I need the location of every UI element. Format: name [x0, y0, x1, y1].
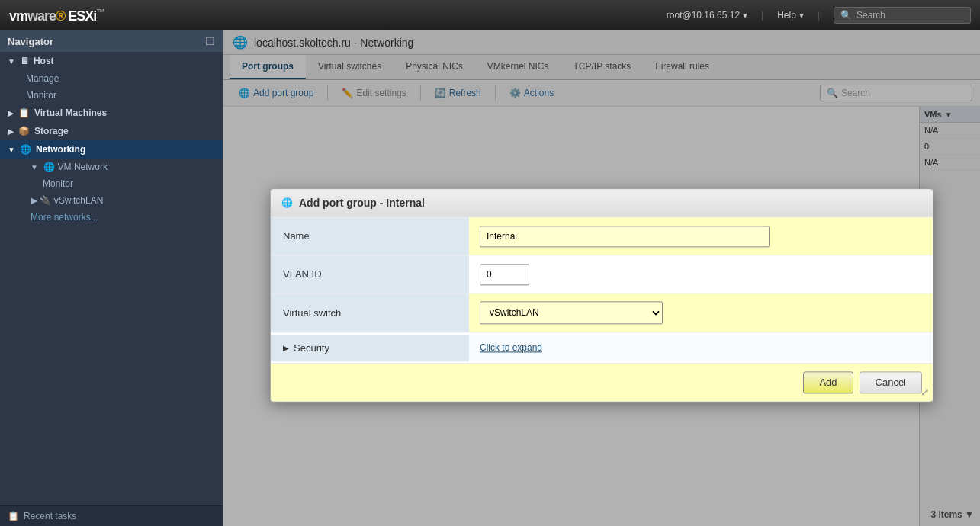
vlan-input[interactable]	[480, 264, 529, 285]
dialog-title: Add port group - Internal	[299, 197, 425, 209]
vswitch-select[interactable]: vSwitchLAN	[480, 301, 663, 324]
arrow-icon-net: ▼	[8, 146, 15, 154]
recent-tasks-label: Recent tasks	[24, 511, 76, 521]
vswitchlan-icon: ▶ 🔌	[31, 195, 51, 206]
arrow-vm-net: ▼	[31, 163, 38, 172]
user-info[interactable]: root@10.16.65.12 ▾	[667, 10, 747, 21]
expand-icon[interactable]: ☐	[205, 35, 215, 47]
search-icon: 🔍	[840, 10, 852, 21]
dialog-header: 🌐 Add port group - Internal	[271, 189, 933, 217]
name-label: Name	[271, 217, 469, 255]
vmware-logo: vmware® ESXi™	[9, 7, 104, 24]
sidebar: Navigator ☐ ▼ 🖥 Host Manage Monitor ▶ 📋 …	[0, 30, 223, 526]
form-row-vswitch: Virtual switch vSwitchLAN	[271, 293, 933, 332]
esxi-trademark: ™	[96, 7, 104, 18]
sidebar-item-monitor[interactable]: Monitor	[0, 87, 223, 104]
security-label-cell[interactable]: ▶ Security	[271, 335, 469, 361]
vswitch-input-cell: vSwitchLAN	[469, 293, 933, 332]
sidebar-item-vm-network[interactable]: ▼ 🌐 VM Network	[0, 159, 223, 175]
separator-2: |	[818, 10, 820, 21]
storage-label: Storage	[34, 126, 69, 136]
networking-label: Networking	[36, 144, 85, 155]
dialog-icon: 🌐	[281, 197, 293, 208]
vlan-input-cell	[469, 255, 933, 293]
sidebar-item-vswitchlan[interactable]: ▶ 🔌 vSwitchLAN	[0, 192, 223, 209]
sidebar-item-networking[interactable]: ▼ 🌐 Networking	[0, 140, 223, 159]
recent-tasks-btn[interactable]: 📋 Recent tasks	[8, 511, 215, 521]
security-expand-area[interactable]: Click to expand	[469, 335, 933, 361]
host-label: Host	[34, 56, 54, 66]
main-layout: Navigator ☐ ▼ 🖥 Host Manage Monitor ▶ 📋 …	[0, 30, 980, 526]
arrow-icon-vms: ▶	[8, 109, 14, 117]
recent-tasks-section[interactable]: 📋 Recent tasks	[0, 505, 223, 526]
vmware-text: vm	[9, 8, 27, 24]
arrow-icon: ▼	[8, 57, 15, 66]
vm-icon: 📋	[18, 107, 30, 118]
form-row-security: ▶ Security Click to expand	[271, 332, 933, 363]
form-row-vlan: VLAN ID	[271, 255, 933, 293]
cancel-button[interactable]: Cancel	[860, 371, 922, 393]
search-placeholder: Search	[856, 10, 885, 21]
navigator-header: Navigator ☐	[0, 30, 223, 52]
security-arrow: ▶	[283, 344, 289, 352]
storage-icon: 📦	[18, 126, 30, 136]
sidebar-item-storage[interactable]: ▶ 📦 Storage	[0, 122, 223, 140]
help-menu[interactable]: Help ▾	[777, 10, 804, 21]
security-label-text: Security	[294, 342, 329, 354]
recent-tasks-icon: 📋	[8, 511, 19, 521]
add-button[interactable]: Add	[803, 371, 853, 393]
vlan-label: VLAN ID	[271, 255, 469, 293]
sidebar-item-vms[interactable]: ▶ 📋 Virtual Machines	[0, 104, 223, 122]
content-area: 🌐 localhost.skoltech.ru - Networking Por…	[223, 30, 980, 526]
name-input[interactable]	[480, 226, 770, 247]
username-label: root@10.16.65.12	[667, 10, 740, 21]
arrow-icon-storage: ▶	[8, 127, 14, 136]
dialog-body: Name VLAN ID	[271, 217, 933, 363]
add-port-group-dialog: 🌐 Add port group - Internal Name VLAN	[270, 188, 933, 402]
resize-handle[interactable]: ⤢	[921, 386, 930, 398]
dialog-footer: Add Cancel	[271, 363, 933, 401]
name-input-cell	[469, 217, 933, 255]
networking-icon: 🌐	[20, 144, 31, 155]
sidebar-item-more-networks[interactable]: More networks...	[0, 209, 223, 226]
vm-net-icon: 🌐	[43, 162, 55, 172]
security-expand-text: Click to expand	[480, 342, 542, 353]
help-label: Help	[777, 10, 796, 21]
vswitch-label: Virtual switch	[271, 293, 469, 332]
top-search-box[interactable]: 🔍 Search	[834, 7, 971, 24]
separator-1: |	[761, 10, 763, 21]
sidebar-item-vm-network-monitor[interactable]: Monitor	[0, 175, 223, 192]
sidebar-item-host[interactable]: ▼ 🖥 Host	[0, 52, 223, 70]
vm-label: Virtual Machines	[34, 107, 107, 118]
help-dropdown-icon[interactable]: ▾	[799, 10, 804, 21]
sidebar-item-manage[interactable]: Manage	[0, 70, 223, 87]
top-bar: vmware® ESXi™ root@10.16.65.12 ▾ | Help …	[0, 0, 980, 30]
ware-text: ware	[27, 8, 56, 24]
navigator-title: Navigator	[8, 36, 53, 47]
user-dropdown-icon[interactable]: ▾	[743, 10, 747, 21]
esxi-text: ESXi	[68, 8, 96, 24]
host-icon: 🖥	[20, 56, 29, 66]
form-row-name: Name	[271, 217, 933, 255]
